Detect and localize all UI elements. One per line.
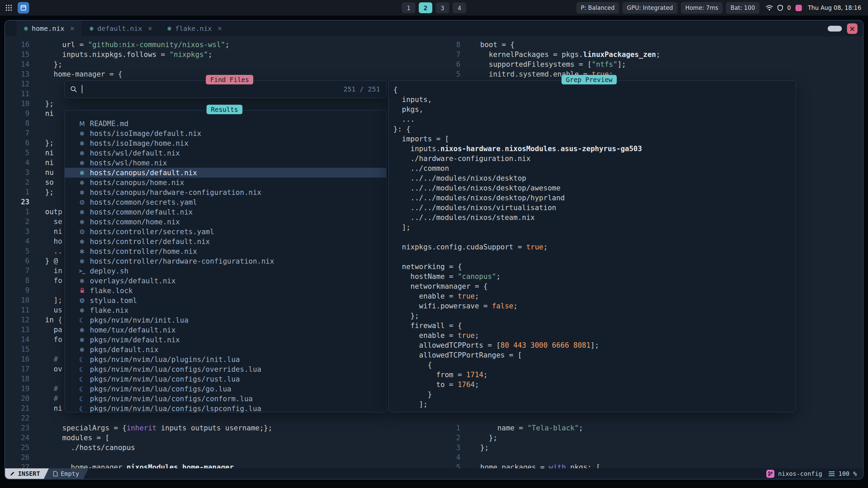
status-module[interactable]: Bat: 100 (726, 2, 759, 14)
result-item[interactable]: ☾pkgs/nvim/nvim/lua/plugins/init.lua (65, 354, 386, 364)
editor-area[interactable]: 16 url = "github:nix-community/nixos-wsl… (5, 36, 863, 470)
code-line: 22 (5, 413, 446, 423)
workspace-button-3[interactable]: 3 (436, 2, 449, 13)
code-text: }: { (393, 124, 411, 134)
nix-icon: ❄ (77, 130, 87, 137)
code-line: }: { (393, 124, 796, 134)
nix-icon: ❄ (77, 159, 87, 167)
nix-file-icon: ❄ (24, 25, 28, 32)
result-item[interactable]: ☾pkgs/nvim/nvim/lua/configs/lspconfig.lu… (65, 404, 386, 413)
result-item[interactable]: ❄hosts/controller/home.nix (65, 246, 386, 256)
code-line: { (393, 360, 796, 370)
workspace-button-1[interactable]: 1 (402, 2, 415, 13)
code-line: firewall = { (393, 321, 796, 331)
tab-close-icon[interactable]: × (148, 24, 152, 33)
result-item[interactable]: ⚙hosts/common/secrets.yaml (65, 197, 386, 207)
nix-file-icon: ❄ (167, 25, 171, 32)
tab-default.nix[interactable]: ❄default.nix× (82, 21, 160, 36)
tab-flake.nix[interactable]: ❄flake.nix× (160, 21, 230, 36)
toggle-pill-button[interactable] (828, 26, 842, 32)
code-text: in (45, 266, 62, 276)
code-text: ni (45, 158, 54, 168)
code-text: }; (45, 138, 54, 148)
status-module[interactable]: GPU: Integrated (623, 2, 677, 14)
code-line: ... (393, 115, 796, 124)
code-text: }; (472, 443, 489, 453)
code-line (393, 232, 796, 242)
tab-close-icon[interactable]: × (218, 24, 222, 33)
code-text: outp (45, 207, 62, 217)
result-item[interactable]: ❄hosts/canopus/home.nix (65, 178, 386, 187)
code-text: supportedFilesystems = ["ntfs"]; (472, 60, 626, 69)
app-launcher-icon[interactable] (5, 4, 12, 11)
result-item[interactable]: flake.lock (65, 286, 386, 296)
line-number: 12 (5, 79, 29, 89)
result-item[interactable]: ☾pkgs/nvim/nvim/lua/configs/go.lua (65, 384, 386, 394)
tab-label: home.nix (32, 24, 64, 33)
result-label: hosts/common/default.nix (90, 208, 193, 216)
result-item[interactable]: ☾pkgs/nvim/nvim/lua/configs/conform.lua (65, 394, 386, 404)
mode-label: INSERT (18, 470, 40, 477)
focused-app-icon[interactable] (18, 2, 29, 14)
code-text: ni (45, 148, 54, 158)
code-text: ]; (393, 223, 411, 232)
status-module[interactable]: Home: 7ms (681, 2, 723, 14)
screen-record-icon[interactable] (795, 5, 802, 11)
line-number: 11 (5, 305, 29, 315)
status-module[interactable]: P: Balanced (576, 2, 619, 14)
results-list[interactable]: MREADME.md❄hosts/isoImage/default.nix❄ho… (64, 110, 387, 412)
result-item[interactable]: ❄hosts/controller/hardware-configuration… (65, 256, 386, 266)
result-item[interactable]: ☾pkgs/nvim/nvim/lua/configs/overrides.lu… (65, 364, 386, 374)
window-close-button[interactable]: × (847, 23, 857, 34)
result-item[interactable]: ⚙stylua.toml (65, 296, 386, 305)
result-item[interactable]: ❄home/tux/default.nix (65, 325, 386, 335)
line-number: 23 (5, 423, 29, 433)
code-line: to = 1764; (393, 380, 796, 390)
result-item[interactable]: ❄hosts/isoImage/default.nix (65, 128, 386, 138)
tab-home.nix[interactable]: ❄home.nix× (17, 21, 82, 36)
nix-icon: ❄ (77, 189, 87, 196)
result-item[interactable]: ❄hosts/canopus/hardware-configuration.ni… (65, 187, 386, 197)
result-item[interactable]: ❄hosts/isoImage/home.nix (65, 138, 386, 148)
mode-segment: INSERT (5, 468, 49, 479)
code-line: allowedTCPPortRanges = [ (393, 350, 796, 360)
result-label: hosts/wsl/default.nix (90, 149, 180, 157)
tabs: ❄home.nix×❄default.nix×❄flake.nix× (17, 21, 230, 36)
result-item[interactable]: ❄pkgs/default.nix (65, 345, 386, 354)
result-item[interactable]: ⚙hosts/controller/secrets.yaml (65, 227, 386, 237)
result-item[interactable]: MREADME.md (65, 119, 386, 128)
tab-close-icon[interactable]: × (70, 24, 75, 33)
line-number: 7 (446, 50, 460, 60)
result-item[interactable]: ❄pkgs/nvim/default.nix (65, 335, 386, 345)
code-line: 14 }; (5, 60, 446, 69)
result-item[interactable]: ❄hosts/wsl/default.nix (65, 148, 386, 158)
workspace-button-4[interactable]: 4 (453, 2, 466, 13)
result-label: hosts/controller/secrets.yaml (90, 228, 214, 236)
workspaces: 1234 (402, 2, 466, 13)
result-item[interactable]: ❄overlays/default.nix (65, 276, 386, 286)
result-label: hosts/canopus/hardware-configuration.nix (90, 188, 261, 197)
shield-icon[interactable] (777, 5, 783, 11)
result-item[interactable]: ☾pkgs/nvim/nvim/init.lua (65, 315, 386, 325)
wifi-icon[interactable] (766, 5, 773, 11)
result-item[interactable]: ❄hosts/common/default.nix (65, 207, 386, 217)
result-item[interactable]: ☾pkgs/nvim/nvim/lua/configs/rust.lua (65, 374, 386, 384)
nix-icon: ❄ (77, 169, 87, 177)
code-text: specialArgs = {inherit inputs outputs us… (45, 423, 272, 433)
code-text: enable = true; (393, 291, 479, 301)
workspace-button-2[interactable]: 2 (419, 2, 432, 13)
shell-icon: >_ (77, 268, 87, 274)
result-item[interactable]: >_deploy.sh (65, 266, 386, 276)
result-item[interactable]: ❄hosts/canopus/default.nix (65, 168, 386, 178)
result-item[interactable]: ❄hosts/common/home.nix (65, 217, 386, 227)
code-line: 5 initrd.systemd.enable = true; (446, 69, 863, 79)
code-text: ../common (393, 164, 449, 174)
result-item[interactable]: ❄hosts/wsl/home.nix (65, 158, 386, 168)
result-label: hosts/controller/home.nix (90, 247, 197, 256)
result-item[interactable]: ❄hosts/controller/default.nix (65, 237, 386, 246)
grep-preview-title: Grep Preview (561, 75, 617, 84)
git-repo-icon[interactable] (766, 470, 774, 478)
line-number: 6 (5, 256, 29, 266)
tabline: ❄home.nix×❄default.nix×❄flake.nix× × (5, 21, 863, 36)
result-item[interactable]: ❄flake.nix (65, 305, 386, 315)
